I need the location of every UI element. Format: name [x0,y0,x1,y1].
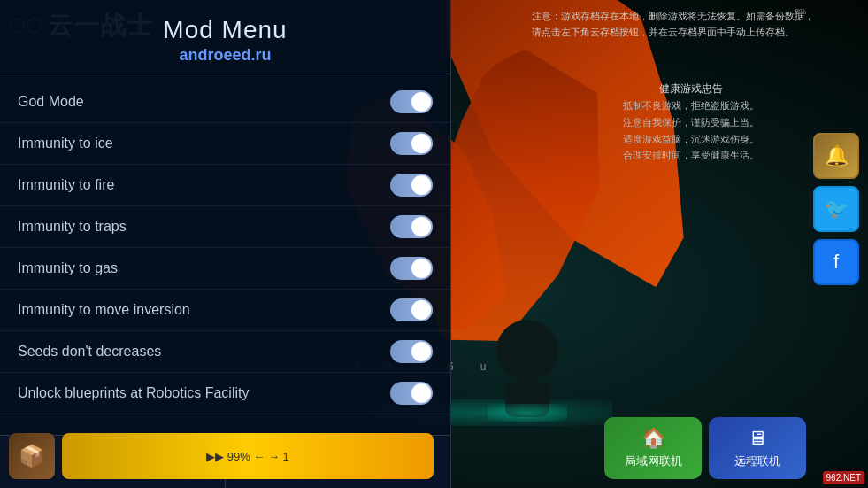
toggle-seeds-decrease[interactable] [390,340,433,363]
toggle-immunity-move-inversion[interactable] [390,298,433,321]
remote-network-button[interactable]: 🖥 远程联机 [709,417,806,479]
toggle-knob-god-mode [411,92,431,112]
mod-item-immunity-gas[interactable]: Immunity to gas [0,248,450,290]
bell-icon: 🔔 [825,144,849,167]
toggle-immunity-fire[interactable] [390,174,433,197]
chest-icon: 📦 [19,444,45,469]
mod-menu-subtitle: androeed.ru [18,46,433,65]
notice-content: 注意：游戏存档存在本地，删除游戏将无法恢复。如需备份数据，请点击左下角云存档按钮… [532,11,814,37]
toggle-knob-immunity-ice [411,134,431,153]
health-line-2: 注意自我保护，谨防受骗上当。 [567,114,815,131]
mod-item-immunity-move-inversion[interactable]: Immunity to move inversion [0,290,450,331]
progress-bar-content: ▶▶ 99% ← → 1 [206,450,289,463]
mod-menu-list: God Mode Immunity to ice Immunity to fir… [0,74,450,435]
health-title: 健康游戏忠告 [567,80,815,97]
game-character [496,320,558,417]
health-line-3: 适度游戏益脑，沉迷游戏伤身。 [567,131,815,148]
twitter-icon: 🐦 [825,198,849,221]
remote-network-label: 远程联机 [734,453,780,469]
local-network-button[interactable]: 🏠 局域网联机 [604,417,702,479]
mod-menu-panel: Mod Menu androeed.ru God Mode Immunity t… [0,0,451,488]
mod-label-immunity-gas: Immunity to gas [18,260,118,276]
mod-menu-title: Mod Menu [18,16,433,44]
facebook-button[interactable]: f [813,239,859,285]
toggle-knob-immunity-gas [411,259,431,278]
character-head [496,320,558,382]
remote-network-icon: 🖥 [748,427,767,450]
twitter-button[interactable]: 🐦 [813,186,859,232]
facebook-icon: f [833,251,839,274]
toggle-immunity-ice[interactable] [390,132,433,155]
toggle-knob-immunity-move-inversion [411,300,431,320]
network-buttons: 🏠 局域网联机 🖥 远程联机 [604,417,806,479]
top-right-percentage: 8% [795,7,806,16]
mod-item-seeds-decrease[interactable]: Seeds don't decreases [0,331,450,373]
mod-item-immunity-fire[interactable]: Immunity to fire [0,165,450,206]
toggle-god-mode[interactable] [390,90,433,113]
mod-item-unlock-blueprints[interactable]: Unlock blueprints at Robotics Facility [0,373,450,414]
health-line-4: 合理安排时间，享受健康生活。 [567,147,815,164]
toggle-knob-immunity-traps [411,217,431,236]
toggle-knob-immunity-fire [411,175,431,195]
watermark-962: 962.NET [823,471,864,484]
character-glow [488,404,567,422]
level-u: u [480,360,487,373]
health-notice: 健康游戏忠告 抵制不良游戏，拒绝盗版游戏。 注意自我保护，谨防受骗上当。 适度游… [567,80,815,164]
toggle-knob-seeds-decrease [411,342,431,361]
bottom-progress-bar[interactable]: ▶▶ 99% ← → 1 [62,433,434,479]
mod-item-immunity-ice[interactable]: Immunity to ice [0,123,450,165]
toggle-knob-unlock-blueprints [411,383,431,403]
watermark-text: 962.NET [826,473,861,483]
mod-label-immunity-move-inversion: Immunity to move inversion [18,302,190,318]
right-buttons-group: 🔔 🐦 f [813,133,859,285]
mod-label-immunity-traps: Immunity to traps [18,219,127,235]
toggle-immunity-traps[interactable] [390,215,433,238]
health-line-1: 抵制不良游戏，拒绝盗版游戏。 [567,97,815,114]
local-network-icon: 🏠 [641,427,665,450]
bell-button[interactable]: 🔔 [813,133,859,179]
mod-label-seeds-decrease: Seeds don't decreases [18,344,161,360]
mod-label-god-mode: God Mode [18,94,84,110]
mod-label-unlock-blueprints: Unlock blueprints at Robotics Facility [18,385,249,401]
chest-icon-button[interactable]: 📦 [9,433,55,479]
mod-menu-header: Mod Menu androeed.ru [0,0,450,74]
notice-text: 注意：游戏存档存在本地，删除游戏将无法恢复。如需备份数据，请点击左下角云存档按钮… [532,9,815,40]
mod-label-immunity-fire: Immunity to fire [18,177,114,193]
mod-item-god-mode[interactable]: God Mode [0,81,450,123]
local-network-label: 局域网联机 [625,453,682,469]
toggle-unlock-blueprints[interactable] [390,382,433,405]
mod-label-immunity-ice: Immunity to ice [18,136,113,151]
toggle-immunity-gas[interactable] [390,257,433,280]
mod-item-immunity-traps[interactable]: Immunity to traps [0,206,450,248]
